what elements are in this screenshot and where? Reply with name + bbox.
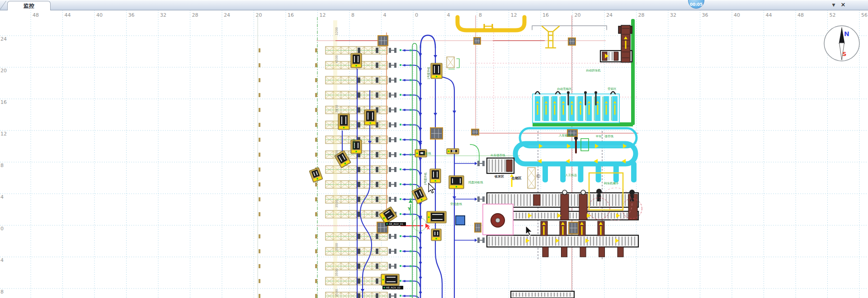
pallet-slot xyxy=(376,197,378,202)
rack-tick xyxy=(259,168,260,172)
agv-marker[interactable] xyxy=(449,176,464,189)
agv-marker[interactable] xyxy=(338,114,349,130)
ruler-top-label: 44 xyxy=(65,12,71,18)
tab-monitoring[interactable]: 监控 xyxy=(7,1,51,10)
station-node-box[interactable] xyxy=(569,222,578,234)
pallet-slot xyxy=(376,78,378,83)
pallet-slot xyxy=(376,249,378,254)
m1 xyxy=(432,214,443,215)
secondary-cursor-arrow xyxy=(526,226,532,236)
agv-marker[interactable] xyxy=(431,63,442,79)
path-node-green xyxy=(400,109,401,111)
rack-tower xyxy=(528,168,535,188)
station-node-box[interactable] xyxy=(378,36,388,46)
rack-tick xyxy=(259,197,260,201)
agv-marker[interactable] xyxy=(364,110,376,125)
rack-tick xyxy=(259,93,260,97)
pallet-slot xyxy=(376,212,378,217)
agv-marker[interactable] xyxy=(412,186,428,204)
station-node-box[interactable] xyxy=(475,223,481,232)
m2 xyxy=(437,232,438,235)
rack-tick xyxy=(315,279,317,283)
map-vlabel: 3500 xyxy=(335,150,339,158)
m1 xyxy=(452,151,455,152)
handoff-connector xyxy=(477,161,485,166)
path-node-green xyxy=(410,94,411,96)
agv-marker[interactable] xyxy=(447,149,459,154)
agv-name-tag: AB_AGV_01 xyxy=(385,222,406,226)
ruler-left-label: 20 xyxy=(0,68,7,74)
agv-marker[interactable] xyxy=(379,207,397,224)
map-label: 空托盘线 xyxy=(450,202,462,206)
path-node-green xyxy=(400,79,401,81)
ruler-top-label: 32 xyxy=(670,12,676,18)
map-circle xyxy=(584,91,587,94)
green-conveyor-riser xyxy=(631,19,635,125)
agv-load xyxy=(366,111,374,121)
rack-tick xyxy=(259,63,260,67)
conveyor-band xyxy=(511,291,574,298)
agv-status-dot xyxy=(416,153,418,154)
collapse-button[interactable]: ▼ xyxy=(830,1,837,9)
agv-marker[interactable] xyxy=(427,211,446,223)
map-vlabel: 3500 xyxy=(335,268,339,276)
connector-bar xyxy=(477,196,480,202)
path-node-blue xyxy=(404,65,406,66)
rack-tick xyxy=(315,294,317,298)
facility-map-canvas[interactable]: 4844403632282420161284048121620242832364… xyxy=(0,0,868,298)
path-node-green xyxy=(400,183,401,185)
ruler-top-label: 8 xyxy=(479,12,482,18)
rack-tick xyxy=(259,249,260,253)
rack-tick xyxy=(259,48,260,52)
map-circle xyxy=(562,190,567,195)
band-frame xyxy=(511,291,574,298)
rack-row xyxy=(259,76,420,86)
m2 xyxy=(358,143,359,148)
map-path xyxy=(435,253,442,298)
path-node-blue xyxy=(404,124,406,126)
agv-marker[interactable] xyxy=(381,274,399,285)
m2 xyxy=(460,178,461,183)
rack-tick xyxy=(259,294,260,298)
station-node-box[interactable] xyxy=(430,128,443,139)
path-node-blue xyxy=(404,295,406,297)
rack-tick xyxy=(315,123,317,127)
path-node-blue xyxy=(404,94,406,96)
rack-tick xyxy=(259,108,260,112)
map-label: Ⓒ xyxy=(536,174,540,178)
station-node-box[interactable] xyxy=(474,37,481,44)
pick-station xyxy=(389,249,391,254)
m1 xyxy=(452,178,453,183)
map-label: 收发区 xyxy=(495,175,504,178)
map-vlabel: 1号提升机 xyxy=(427,67,430,79)
pick-station xyxy=(394,152,396,157)
rack-glyph xyxy=(447,57,454,68)
map-path xyxy=(470,144,479,161)
path-node-green xyxy=(400,124,401,126)
pallet-slot xyxy=(358,293,360,298)
path-node-blue xyxy=(404,280,406,282)
ruler-top-label: 12 xyxy=(511,12,517,18)
ruler-top-label: 12 xyxy=(320,12,326,18)
m1 xyxy=(368,112,368,120)
close-button[interactable]: ✕ xyxy=(839,1,847,9)
flow-arrow-icon xyxy=(453,111,456,114)
map-rect xyxy=(419,276,422,279)
robot-arm xyxy=(596,189,602,194)
agv-marker[interactable] xyxy=(351,53,362,68)
agv-marker[interactable] xyxy=(431,229,441,241)
station-node-box[interactable] xyxy=(472,129,479,135)
rack-tick xyxy=(315,138,317,142)
pick-station xyxy=(394,249,396,254)
map-rect xyxy=(419,291,422,294)
agv-marker[interactable] xyxy=(430,169,441,183)
m2 xyxy=(452,150,455,151)
monitor-window: 4844403632282420161284048121620242832364… xyxy=(0,0,868,298)
ruler-left-label: 12 xyxy=(0,131,7,137)
pick-station xyxy=(394,93,396,98)
agv-marker[interactable] xyxy=(309,168,323,182)
path-node-green xyxy=(400,154,401,155)
station-node-box[interactable] xyxy=(568,38,576,45)
pick-station xyxy=(394,137,396,142)
path-node-green xyxy=(400,168,401,170)
